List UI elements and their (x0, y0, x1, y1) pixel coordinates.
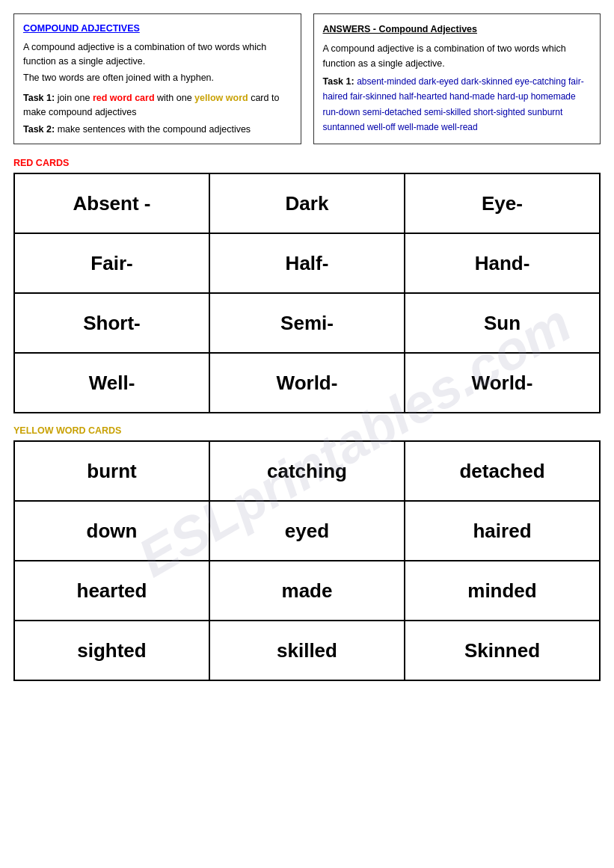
table-row: Eye- (405, 173, 600, 233)
table-row: haired (405, 501, 600, 561)
table-row: Fair- (14, 233, 209, 293)
table-row: Skinned (405, 621, 600, 680)
red-cards-table: Absent -DarkEye-Fair-Half-Hand-Short-Sem… (13, 173, 601, 413)
table-row: Dark (209, 173, 405, 233)
answers-description: A compound adjective is a combination of… (323, 41, 592, 71)
table-row: minded (405, 561, 600, 621)
yellow-cards-table: burntcatchingdetacheddowneyedhairedheart… (13, 440, 601, 681)
info-box-task2: Task 2: make sentences with the compound… (23, 123, 292, 137)
yellow-cards-label: YELLOW WORD CARDS (13, 425, 601, 436)
table-row: made (209, 561, 405, 621)
table-row: Semi- (209, 293, 405, 353)
task1-label: Task 1: (23, 93, 55, 103)
answers-words: absent-minded dark-eyed dark-skinned eye… (323, 76, 584, 132)
info-box-note: The two words are often joined with a hy… (23, 71, 292, 85)
top-section: COMPOUND ADJECTIVES A compound adjective… (13, 13, 601, 144)
answers-task1-label: Task 1: (323, 76, 354, 87)
info-box-description: A compound adjective is a combination of… (23, 40, 292, 69)
task2-label: Task 2: (23, 124, 55, 135)
table-row: skilled (209, 621, 405, 680)
info-box-title: COMPOUND ADJECTIVES (23, 22, 292, 36)
table-row: down (14, 501, 209, 561)
table-row: catching (209, 441, 405, 501)
table-row: Absent - (14, 173, 209, 233)
table-row: hearted (14, 561, 209, 621)
table-row: Well- (14, 353, 209, 413)
task1-mid: with one (157, 93, 194, 103)
table-row: World- (209, 353, 405, 413)
table-row: detached (405, 441, 600, 501)
red-cards-label: RED CARDS (13, 158, 601, 168)
info-box: COMPOUND ADJECTIVES A compound adjective… (13, 13, 301, 144)
answers-task1: Task 1: absent-minded dark-eyed dark-ski… (323, 74, 592, 135)
table-row: Half- (209, 233, 405, 293)
answers-title: ANSWERS - Compound Adjectives (323, 22, 592, 37)
table-row: World- (405, 353, 600, 413)
table-row: burnt (14, 441, 209, 501)
table-row: Hand- (405, 233, 600, 293)
table-row: Short- (14, 293, 209, 353)
table-row: Sun (405, 293, 600, 353)
table-row: eyed (209, 501, 405, 561)
info-box-task1: Task 1: join one red word card with one … (23, 91, 292, 120)
task1-red: red word card (93, 93, 155, 103)
answers-box: ANSWERS - Compound Adjectives A compound… (313, 13, 601, 144)
task2-text: make sentences with the compound adjecti… (58, 124, 251, 135)
task1-pre: join one (58, 93, 93, 103)
table-row: sighted (14, 621, 209, 680)
task1-yellow: yellow word (194, 93, 248, 103)
